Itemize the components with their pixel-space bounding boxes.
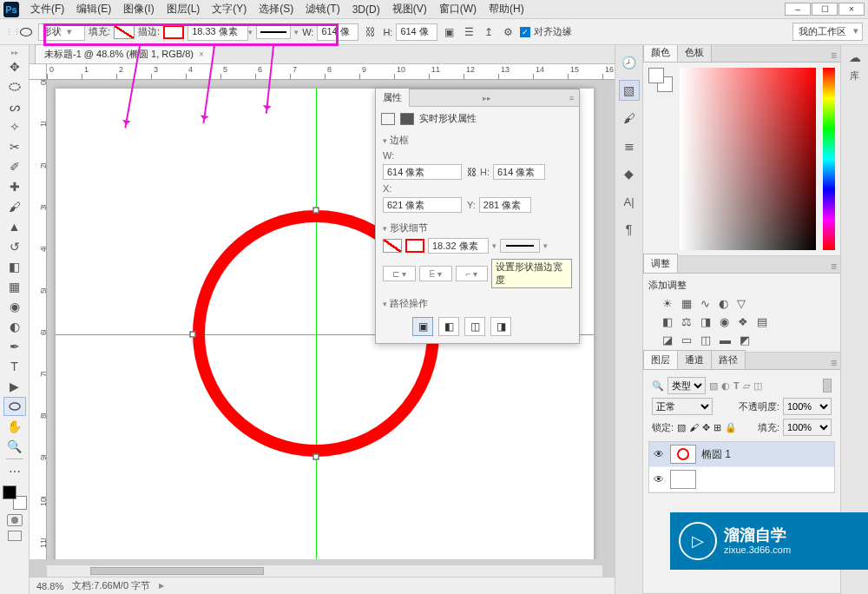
pathop-intersect[interactable]: ◫ xyxy=(464,317,485,336)
prop-w-input[interactable]: 614 像素 xyxy=(383,164,462,180)
status-menu-icon[interactable]: ▶ xyxy=(159,582,164,590)
history-brush-tool[interactable]: ↺ xyxy=(3,237,26,256)
menu-select[interactable]: 选择(S) xyxy=(253,2,299,16)
minimize-button[interactable]: – xyxy=(785,3,811,16)
eraser-tool[interactable]: ◧ xyxy=(3,257,26,276)
menu-file[interactable]: 文件(F) xyxy=(24,2,70,16)
shape-tool[interactable] xyxy=(3,397,26,416)
filter-adjust-icon[interactable]: ◐ xyxy=(721,380,730,392)
properties-panel[interactable]: 属性 ▸▸ ≡ 实时形状属性 边框 W: 614 像素 ⛓ H: 614 像素 … xyxy=(375,89,580,344)
menu-window[interactable]: 窗口(W) xyxy=(433,2,483,16)
fill-swatch[interactable] xyxy=(114,25,135,39)
hand-tool[interactable]: ✋ xyxy=(3,417,26,436)
section-bounds[interactable]: 边框 xyxy=(376,130,579,150)
layer-thumb[interactable] xyxy=(670,445,696,464)
adj-selective-icon[interactable]: ◩ xyxy=(740,333,750,346)
prop-stroke-swatch[interactable] xyxy=(405,239,424,253)
color-swatches[interactable] xyxy=(3,485,27,510)
paths-tab[interactable]: 路径 xyxy=(711,350,746,369)
filter-shape-icon[interactable]: ▱ xyxy=(743,380,750,392)
blend-mode-select[interactable]: 正常 xyxy=(652,398,713,415)
heal-tool[interactable]: ✚ xyxy=(3,177,26,196)
stamp-tool[interactable]: ▲ xyxy=(3,217,26,236)
adj-bw-icon[interactable]: ◨ xyxy=(700,315,711,328)
menu-layer[interactable]: 图层(L) xyxy=(161,2,207,16)
swatches-tab[interactable]: 色板 xyxy=(677,43,712,62)
layer-item-bg[interactable]: 👁 xyxy=(649,467,834,492)
stroke-width-dropdown-icon[interactable]: ▾ xyxy=(248,28,253,36)
document-close-icon[interactable]: × xyxy=(199,50,204,59)
adj-exposure-icon[interactable]: ◐ xyxy=(719,297,728,310)
blur-tool[interactable]: ◉ xyxy=(3,297,26,316)
edit-toolbar-icon[interactable]: ⋯ xyxy=(3,462,26,481)
width-input[interactable]: 614 像 xyxy=(317,23,358,41)
shape-mode-select[interactable]: 形状▾ xyxy=(38,23,85,41)
pathops-icon[interactable]: ▣ xyxy=(441,26,457,38)
adj-invert-icon[interactable]: ◪ xyxy=(662,333,673,346)
section-path-ops[interactable]: 路径操作 xyxy=(376,294,579,314)
prop-stroke-corners-select[interactable]: ⌐ ▾ xyxy=(456,266,489,281)
maximize-button[interactable]: ☐ xyxy=(812,3,838,16)
tools-grip-icon[interactable]: ▸▸ xyxy=(11,49,18,56)
libraries-label[interactable]: 库 xyxy=(850,69,859,82)
pathop-subtract[interactable]: ◧ xyxy=(438,317,459,336)
prop-stroke-width-dropdown-icon[interactable]: ▾ xyxy=(492,241,496,250)
move-tool[interactable]: ✥ xyxy=(3,57,26,76)
layer-item-ellipse[interactable]: 👁 椭圆 1 xyxy=(649,442,834,467)
link-wh-icon[interactable]: ⛓ xyxy=(362,26,379,38)
color-panel-menu-icon[interactable]: ≡ xyxy=(827,50,840,62)
brushes-preset-dock-icon[interactable]: ≣ xyxy=(619,135,640,156)
anchor-left[interactable] xyxy=(190,332,196,338)
section-shape-detail[interactable]: 形状细节 xyxy=(376,218,579,238)
properties-dock-icon[interactable]: ▧ xyxy=(619,80,640,101)
anchor-top[interactable] xyxy=(313,208,319,214)
prop-stroke-style-preview[interactable] xyxy=(500,239,540,253)
arrange-icon[interactable]: ↥ xyxy=(481,26,496,38)
layer-visibility-icon[interactable]: 👁 xyxy=(653,473,665,485)
color-field[interactable] xyxy=(680,68,816,250)
adj-lut-icon[interactable]: ▤ xyxy=(757,315,767,328)
prop-fill-swatch[interactable] xyxy=(383,239,402,253)
adjustments-tab[interactable]: 调整 xyxy=(643,254,678,273)
cc-libraries-icon[interactable]: ☁ xyxy=(849,50,861,64)
document-tab[interactable]: 未标题-1 @ 48.8% (椭圆 1, RGB/8) × xyxy=(35,44,214,63)
lasso-tool[interactable]: ᔕ xyxy=(3,97,26,116)
layer-filter-select[interactable]: 类型 xyxy=(667,377,706,394)
lock-all-icon[interactable]: 🔒 xyxy=(725,422,737,433)
options-gear-icon[interactable]: ⚙ xyxy=(500,26,516,38)
adj-gradmap-icon[interactable]: ▬ xyxy=(720,333,731,346)
filter-smart-icon[interactable]: ◫ xyxy=(753,380,762,392)
adj-brightness-icon[interactable]: ☀ xyxy=(662,297,673,310)
pathop-exclude[interactable]: ◨ xyxy=(490,317,511,336)
wand-tool[interactable]: ✧ xyxy=(3,117,26,136)
layer-visibility-icon[interactable]: 👁 xyxy=(653,448,665,460)
adj-posterize-icon[interactable]: ▭ xyxy=(681,333,692,346)
history-dock-icon[interactable]: 🕗 xyxy=(619,52,640,73)
color-tab[interactable]: 颜色 xyxy=(643,43,678,62)
adj-balance-icon[interactable]: ⚖ xyxy=(681,315,692,328)
properties-tab[interactable]: 属性 xyxy=(376,89,410,107)
marquee-tool[interactable] xyxy=(3,77,26,96)
prop-h-input[interactable]: 614 像素 xyxy=(493,164,545,180)
current-tool-icon[interactable] xyxy=(17,23,35,41)
properties-menu-icon[interactable]: ≡ xyxy=(564,94,579,102)
menu-type[interactable]: 文字(Y) xyxy=(206,2,253,16)
adj-photo-filter-icon[interactable]: ◉ xyxy=(720,315,729,328)
menu-image[interactable]: 图像(I) xyxy=(117,2,160,16)
horizontal-scrollbar[interactable] xyxy=(47,564,602,577)
prop-x-input[interactable]: 621 像素 xyxy=(383,197,462,213)
filter-toggle[interactable] xyxy=(823,379,832,393)
prop-stroke-align-select[interactable]: ⊏ ▾ xyxy=(383,266,416,281)
adjustments-panel-menu-icon[interactable]: ≡ xyxy=(827,261,840,273)
align-edges-checkbox[interactable]: ✓ xyxy=(520,27,530,37)
adj-threshold-icon[interactable]: ◫ xyxy=(700,333,711,346)
type-tool[interactable]: T xyxy=(3,357,26,376)
gradient-tool[interactable]: ▦ xyxy=(3,277,26,296)
menu-filter[interactable]: 滤镜(T) xyxy=(299,2,345,16)
quickmask-icon[interactable] xyxy=(7,514,23,526)
menu-help[interactable]: 帮助(H) xyxy=(483,2,530,16)
stroke-width-input[interactable]: 18.33 像素 xyxy=(187,23,248,41)
stroke-swatch[interactable] xyxy=(163,25,184,39)
pathop-combine[interactable]: ▣ xyxy=(412,317,433,336)
adj-channel-mixer-icon[interactable]: ❖ xyxy=(738,315,748,328)
